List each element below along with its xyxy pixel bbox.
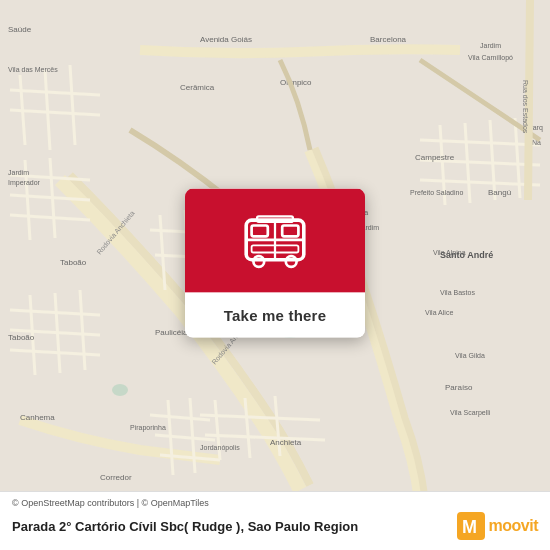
svg-text:Piraporinha: Piraporinha [130,424,166,432]
svg-text:Avenida Goiás: Avenida Goiás [200,35,252,44]
svg-text:Prefeito Saladino: Prefeito Saladino [410,189,463,196]
take-me-there-button[interactable]: Take me there [185,293,365,338]
svg-text:Jordanópolis: Jordanópolis [200,444,240,452]
svg-text:Imperador: Imperador [8,179,41,187]
location-card: Take me there [185,189,365,338]
moovit-logo: M moovit [457,512,538,540]
svg-text:Canhema: Canhema [20,413,55,422]
svg-text:Anchieta: Anchieta [270,438,302,447]
svg-text:Saúde: Saúde [8,25,32,34]
svg-text:Paulicéia: Paulicéia [155,328,188,337]
svg-text:Corredor: Corredor [100,473,132,482]
svg-rect-79 [252,225,268,236]
map-container: Avenida Goiás Barcelona Olímpico Cerâmic… [0,0,550,550]
svg-text:Rua dos Estados: Rua dos Estados [522,80,529,134]
svg-text:Olímpico: Olímpico [280,78,312,87]
svg-text:Vila Camíllopó: Vila Camíllopó [468,54,513,62]
svg-text:M: M [462,517,477,537]
svg-text:Vila Gilda: Vila Gilda [455,352,485,359]
bottom-info-bar: © OpenStreetMap contributors | © OpenMap… [0,491,550,550]
svg-point-40 [112,384,128,396]
svg-text:Vila das Mercês: Vila das Mercês [8,66,58,73]
location-name: Parada 2° Cartório Cívil Sbc( Rudge ), S… [12,519,457,534]
svg-point-84 [286,256,297,267]
card-header [185,189,365,293]
svg-rect-80 [282,225,298,236]
svg-text:Vila Bastos: Vila Bastos [440,289,475,296]
svg-text:Jardim: Jardim [8,169,29,176]
svg-text:Cerâmica: Cerâmica [180,83,215,92]
svg-text:Bangú: Bangú [488,188,511,197]
svg-text:Taboão: Taboão [8,333,35,342]
moovit-wordmark: moovit [489,517,538,535]
svg-text:Vila Alice: Vila Alice [425,309,453,316]
svg-text:Paraíso: Paraíso [445,383,473,392]
svg-text:Vila Scarpelli: Vila Scarpelli [450,409,491,417]
svg-text:Taboão: Taboão [60,258,87,267]
svg-text:Vila Alpina: Vila Alpina [433,249,466,257]
map-attribution: © OpenStreetMap contributors | © OpenMap… [12,498,538,508]
bus-stop-icon [239,213,311,273]
moovit-icon: M [457,512,485,540]
svg-point-83 [253,256,264,267]
svg-text:Campestre: Campestre [415,153,455,162]
svg-text:Jardim: Jardim [480,42,501,49]
svg-text:Barcelona: Barcelona [370,35,407,44]
